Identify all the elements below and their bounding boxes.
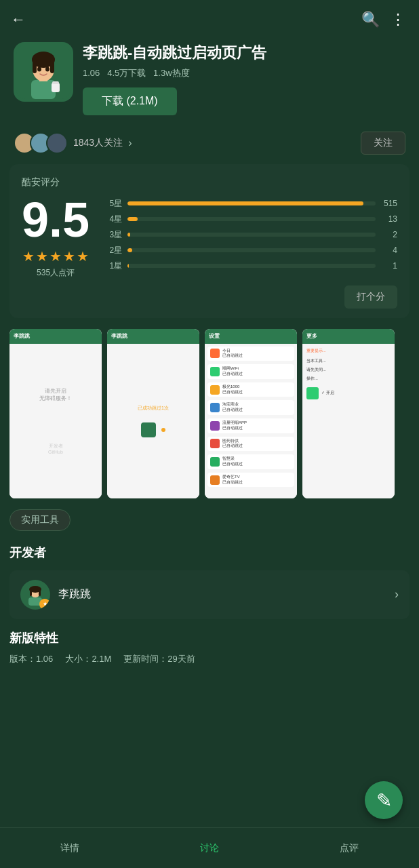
star-1: ★ (22, 248, 35, 264)
ss4-title: 更多 (306, 332, 317, 340)
bar-row-1: 1星 1 (103, 260, 397, 272)
tab-details-label: 详情 (60, 842, 79, 854)
top-nav: ← 🔍 ⋮ (0, 0, 419, 35)
version-section: 新版特性 版本：1.06 大小：2.1M 更新时间：29天前 (0, 630, 419, 719)
bar-label-3: 3星 (103, 229, 122, 241)
screenshots-row: 李跳跳 请先开启无障碍服务！ 开发者 GitHub 李跳跳 已成功跳过1次 设置 (0, 329, 419, 509)
developer-badge: ★ (39, 599, 50, 610)
bar-track-5 (127, 201, 376, 205)
ss1-content: 请先开启无障碍服务！ 开发者 GitHub (14, 349, 98, 493)
svg-rect-5 (33, 60, 37, 73)
stars: ★ ★ ★ ★ ★ (22, 248, 89, 264)
svg-point-8 (45, 67, 49, 72)
version-number: 版本：1.06 (9, 654, 53, 664)
follow-button[interactable]: 关注 (361, 132, 405, 155)
tab-discussion[interactable]: 讨论 (140, 828, 279, 868)
tab-reviews-label: 点评 (340, 842, 359, 854)
bar-label-1: 1星 (103, 260, 122, 272)
bar-track-3 (127, 233, 376, 237)
bar-fill-2 (127, 248, 132, 252)
star-2: ★ (36, 248, 48, 264)
edit-fab[interactable]: ✎ (365, 781, 403, 819)
followers-row: 1843人关注 › 关注 (0, 126, 419, 164)
bar-label-4: 4星 (103, 214, 122, 225)
app-header: 李跳跳-自动跳过启动页广告 1.06 4.5万下载 1.3w热度 下载 (2.1… (0, 35, 419, 126)
bar-count-5: 515 (381, 199, 397, 208)
star-4: ★ (63, 248, 75, 264)
ss2-header: 李跳跳 (107, 329, 199, 344)
developer-left: ★ 李跳跳 (20, 580, 91, 610)
svg-point-7 (37, 67, 41, 72)
ss1-body: 请先开启无障碍服务！ 开发者 GitHub (9, 344, 102, 498)
screenshot-3[interactable]: 设置 今日已自动跳过 顺网WiFi已自动跳过 极光1000已自动跳过 淘宝商业已… (205, 329, 297, 498)
ss3-body: 今日已自动跳过 顺网WiFi已自动跳过 极光1000已自动跳过 淘宝商业已自动跳… (205, 344, 297, 498)
developer-avatar: ★ (20, 580, 50, 610)
svg-rect-14 (39, 589, 41, 596)
bar-fill-5 (127, 201, 363, 205)
bar-row-2: 2星 4 (103, 245, 397, 256)
bottom-nav: 详情 讨论 点评 (0, 827, 419, 868)
tab-reviews[interactable]: 点评 (279, 828, 419, 868)
ss4-header: 更多 (302, 329, 395, 344)
bar-row-4: 4星 13 (103, 214, 397, 225)
developer-name: 李跳跳 (58, 587, 91, 601)
followers-arrow: › (128, 137, 132, 149)
bar-fill-3 (127, 233, 130, 237)
download-button[interactable]: 下载 (2.1M) (83, 87, 177, 115)
avatar-3 (46, 132, 68, 154)
review-count: 535人点评 (22, 267, 89, 279)
bar-track-4 (127, 217, 376, 221)
tags-row: 实用工具 (0, 509, 419, 545)
ss3-header: 设置 (205, 329, 297, 344)
bar-row-3: 3星 2 (103, 229, 397, 241)
bar-fill-1 (127, 264, 129, 268)
bar-count-3: 2 (381, 230, 397, 239)
bar-count-2: 4 (381, 245, 397, 255)
tab-discussion-label: 讨论 (200, 842, 219, 854)
developer-section-title: 开发者 (9, 545, 410, 561)
rating-left: 9.5 ★ ★ ★ ★ ★ 535人点评 (22, 195, 89, 279)
rating-content: 9.5 ★ ★ ★ ★ ★ 535人点评 5星 515 4星 (22, 195, 397, 279)
rating-bars: 5星 515 4星 13 3星 2 (103, 198, 397, 276)
bar-label-5: 5星 (103, 198, 122, 210)
more-icon[interactable]: ⋮ (391, 11, 405, 28)
bar-count-4: 13 (381, 214, 397, 224)
followers-left[interactable]: 1843人关注 › (14, 132, 132, 154)
followers-count: 1843人关注 (73, 137, 123, 149)
ss1-header: 李跳跳 (9, 329, 102, 344)
app-icon (14, 42, 73, 102)
follower-avatars (14, 132, 68, 154)
tab-details[interactable]: 详情 (0, 828, 140, 868)
app-info: 李跳跳-自动跳过启动页广告 1.06 4.5万下载 1.3w热度 下载 (2.1… (83, 42, 405, 115)
ss4-body: 重要提示... 当本工具... 请先关闭... 操作... ✓ 开启 (302, 344, 395, 498)
ss2-body: 已成功跳过1次 (107, 344, 199, 498)
developer-chevron: › (395, 587, 399, 601)
bar-count-1: 1 (381, 261, 397, 271)
ss1-title: 李跳跳 (14, 332, 30, 340)
ss2-title: 李跳跳 (111, 332, 127, 340)
bar-row-5: 5星 515 (103, 198, 397, 210)
screenshot-1[interactable]: 李跳跳 请先开启无障碍服务！ 开发者 GitHub (9, 329, 102, 498)
screenshot-2[interactable]: 李跳跳 已成功跳过1次 (107, 329, 199, 498)
bar-track-1 (127, 264, 376, 268)
bar-fill-4 (127, 217, 138, 221)
rating-score: 9.5 (22, 195, 89, 244)
developer-section: 开发者 ★ 李跳跳 › (0, 545, 419, 630)
search-icon[interactable]: 🔍 (361, 11, 380, 28)
score-button[interactable]: 打个分 (344, 285, 397, 309)
score-btn-row: 打个分 (22, 285, 397, 309)
rating-label: 酷安评分 (22, 176, 397, 189)
ss3-title: 设置 (209, 332, 220, 340)
nav-actions: 🔍 ⋮ (361, 11, 405, 28)
version-meta: 版本：1.06 大小：2.1M 更新时间：29天前 (9, 653, 410, 665)
app-title: 李跳跳-自动跳过启动页广告 (83, 43, 405, 63)
developer-row[interactable]: ★ 李跳跳 › (9, 570, 410, 619)
screenshot-4[interactable]: 更多 重要提示... 当本工具... 请先关闭... 操作... ✓ 开启 (302, 329, 395, 498)
bar-label-2: 2星 (103, 245, 122, 256)
svg-rect-9 (52, 83, 60, 92)
tag-utility[interactable]: 实用工具 (9, 509, 71, 531)
back-button[interactable]: ← (11, 11, 26, 28)
app-meta: 1.06 4.5万下载 1.3w热度 (83, 67, 405, 79)
star-5: ★ (77, 248, 89, 264)
version-title: 新版特性 (9, 630, 410, 646)
